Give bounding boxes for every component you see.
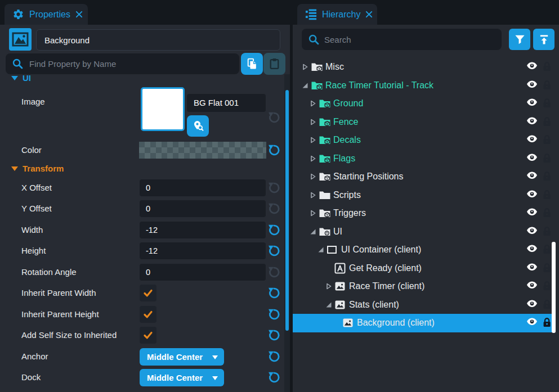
section-transform[interactable]: Transform bbox=[0, 164, 290, 176]
tree-row[interactable]: Scripts bbox=[293, 186, 559, 205]
tree-item-label: Starting Positions bbox=[333, 168, 404, 186]
checkbox[interactable] bbox=[140, 306, 156, 323]
lock-icon[interactable] bbox=[542, 280, 552, 291]
tree-row[interactable]: Flags bbox=[293, 150, 559, 168]
color-swatch[interactable] bbox=[139, 142, 266, 159]
lock-icon[interactable] bbox=[542, 116, 552, 127]
dropdown-select[interactable]: Middle Center bbox=[140, 369, 224, 386]
lock-icon[interactable] bbox=[542, 189, 552, 200]
eye-visibility-icon[interactable] bbox=[526, 281, 538, 290]
eye-visibility-icon[interactable] bbox=[526, 116, 538, 125]
eye-visibility-icon[interactable] bbox=[526, 80, 538, 89]
tree-row[interactable]: Race Timer (client) bbox=[293, 277, 559, 296]
eye-visibility-icon[interactable] bbox=[526, 226, 538, 235]
lock-icon[interactable] bbox=[542, 61, 552, 72]
asset-picker-button[interactable] bbox=[187, 115, 209, 137]
reset-icon[interactable] bbox=[267, 265, 281, 280]
tree-row[interactable]: Fence bbox=[293, 113, 559, 132]
reset-icon[interactable] bbox=[267, 110, 281, 125]
tab-properties[interactable]: Properties bbox=[5, 4, 88, 25]
lock-icon[interactable] bbox=[542, 317, 552, 328]
expand-arrow-icon[interactable] bbox=[310, 137, 316, 144]
expand-arrow-icon[interactable] bbox=[310, 173, 316, 181]
lock-icon[interactable] bbox=[542, 97, 552, 109]
collapse-to-top-button[interactable] bbox=[533, 29, 554, 50]
hierarchy-search-input[interactable] bbox=[302, 29, 502, 50]
eye-visibility-icon[interactable] bbox=[526, 171, 538, 180]
tree-row[interactable]: Triggers bbox=[293, 204, 559, 223]
eye-visibility-icon[interactable] bbox=[526, 134, 538, 143]
tree-row[interactable]: Get Ready (client) bbox=[293, 259, 559, 278]
reset-icon[interactable] bbox=[267, 349, 281, 364]
lock-icon[interactable] bbox=[542, 226, 552, 237]
expand-arrow-icon[interactable] bbox=[310, 210, 316, 217]
paste-properties-button[interactable] bbox=[263, 53, 285, 75]
eye-visibility-icon[interactable] bbox=[526, 190, 538, 199]
expand-arrow-icon[interactable] bbox=[310, 118, 316, 125]
reset-icon[interactable] bbox=[267, 143, 281, 157]
tab-hierarchy[interactable]: Hierarchy bbox=[297, 4, 377, 25]
eye-visibility-icon[interactable] bbox=[526, 61, 538, 70]
eye-visibility-icon[interactable] bbox=[526, 317, 538, 326]
collapse-arrow-icon[interactable] bbox=[302, 82, 308, 89]
reset-icon[interactable] bbox=[267, 181, 281, 195]
reset-icon[interactable] bbox=[267, 201, 281, 216]
expand-arrow-icon[interactable] bbox=[310, 155, 316, 162]
reset-icon[interactable] bbox=[267, 370, 281, 385]
properties-scrollbar-thumb[interactable] bbox=[285, 90, 289, 331]
checkbox[interactable] bbox=[140, 327, 156, 344]
reset-icon[interactable] bbox=[267, 307, 281, 322]
reset-icon[interactable] bbox=[267, 223, 281, 237]
tree-row[interactable]: Decals bbox=[293, 131, 559, 150]
tree-row[interactable]: Race Timer Tutorial - Track bbox=[293, 76, 559, 95]
tree-row[interactable]: Misc bbox=[293, 58, 559, 76]
dropdown-select[interactable]: Middle Center bbox=[140, 348, 224, 366]
reset-icon[interactable] bbox=[267, 244, 281, 258]
lock-icon[interactable] bbox=[542, 152, 552, 164]
find-property-input[interactable] bbox=[6, 53, 239, 74]
lock-icon[interactable] bbox=[542, 207, 552, 218]
collapse-arrow-icon[interactable] bbox=[325, 301, 332, 308]
eye-visibility-icon[interactable] bbox=[526, 153, 538, 162]
checkbox[interactable] bbox=[140, 285, 156, 301]
property-value-input[interactable]: 0 bbox=[140, 200, 266, 217]
eye-visibility-icon[interactable] bbox=[526, 98, 538, 107]
tree-row[interactable]: UI bbox=[293, 223, 559, 241]
lock-icon[interactable] bbox=[542, 79, 552, 91]
reset-icon[interactable] bbox=[267, 328, 281, 343]
property-value-input[interactable]: -12 bbox=[140, 222, 266, 238]
copy-properties-button[interactable] bbox=[241, 53, 263, 75]
tree-row[interactable]: Starting Positions bbox=[293, 168, 559, 186]
property-value-input[interactable]: -12 bbox=[140, 242, 266, 259]
collapse-arrow-icon[interactable] bbox=[317, 246, 324, 253]
collapse-arrow-icon[interactable] bbox=[310, 228, 316, 235]
close-icon[interactable] bbox=[75, 11, 83, 18]
filter-button[interactable] bbox=[509, 29, 530, 50]
lock-icon[interactable] bbox=[542, 299, 552, 310]
hierarchy-scrollbar-thumb[interactable] bbox=[552, 242, 556, 333]
tree-row[interactable]: Background (client) bbox=[293, 314, 559, 332]
expand-arrow-icon[interactable] bbox=[310, 100, 316, 107]
expand-arrow-icon[interactable] bbox=[325, 283, 332, 290]
expand-arrow-icon[interactable] bbox=[302, 64, 308, 71]
tree-row[interactable]: UI Container (client) bbox=[293, 241, 559, 259]
tree-row[interactable]: Stats (client) bbox=[293, 296, 559, 314]
property-value-input[interactable]: 0 bbox=[140, 179, 266, 196]
object-name-field[interactable] bbox=[36, 29, 280, 51]
eye-visibility-icon[interactable] bbox=[526, 263, 538, 272]
section-ui[interactable]: UI bbox=[0, 73, 290, 85]
lock-icon[interactable] bbox=[542, 262, 552, 273]
expand-arrow-icon[interactable] bbox=[310, 191, 316, 199]
lock-icon[interactable] bbox=[542, 170, 552, 182]
tree-row[interactable]: Ground bbox=[293, 94, 559, 113]
property-value-input[interactable]: 0 bbox=[140, 264, 266, 281]
lock-icon[interactable] bbox=[542, 134, 552, 145]
lock-icon[interactable] bbox=[542, 244, 552, 255]
eye-visibility-icon[interactable] bbox=[526, 208, 538, 217]
eye-visibility-icon[interactable] bbox=[526, 299, 538, 308]
close-icon[interactable] bbox=[365, 11, 373, 18]
eye-visibility-icon[interactable] bbox=[526, 244, 538, 253]
image-swatch[interactable] bbox=[141, 87, 185, 131]
reset-icon[interactable] bbox=[267, 286, 281, 300]
image-asset-name[interactable]: BG Flat 001 bbox=[187, 94, 266, 112]
